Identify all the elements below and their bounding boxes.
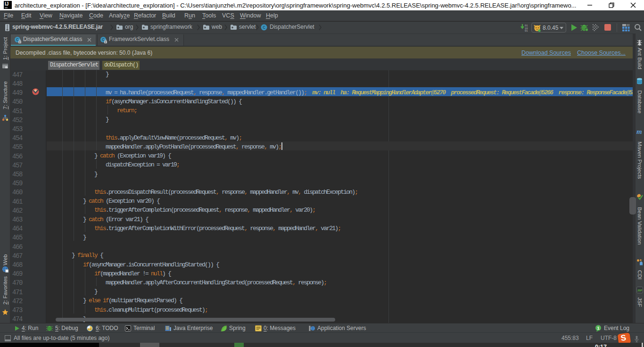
svg-text:01: 01 (525, 29, 528, 32)
svg-text:C: C (263, 25, 265, 30)
svg-text:JSF: JSF (637, 289, 643, 292)
svg-text:1: 1 (597, 326, 599, 330)
